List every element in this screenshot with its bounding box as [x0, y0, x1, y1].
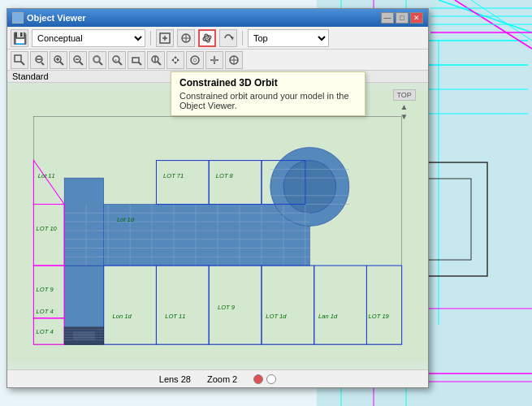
svg-rect-108	[73, 331, 95, 340]
viewport[interactable]: Not-Fenced	[7, 83, 428, 369]
svg-line-47	[119, 62, 122, 65]
nav-up-arrow[interactable]: ▲	[400, 102, 409, 111]
svg-line-37	[60, 62, 63, 65]
window-icon	[12, 12, 24, 24]
status-dot-white	[266, 374, 276, 384]
orbit-button[interactable]	[219, 29, 237, 47]
viewport-canvas: Not-Fenced	[7, 83, 428, 369]
pan-realtime-button[interactable]	[167, 51, 184, 69]
svg-text:LOT 4: LOT 4	[37, 328, 54, 335]
view-select[interactable]: Top Front Back Left Right SW Isometric	[248, 29, 329, 47]
svg-point-59	[193, 58, 197, 62]
nav-down-arrow[interactable]: ▼	[400, 112, 409, 121]
svg-text:LOT 9: LOT 9	[218, 304, 236, 311]
svg-marker-55	[174, 62, 177, 64]
toolbar-row2: e	[7, 50, 428, 71]
svg-text:Lot 1d: Lot 1d	[117, 216, 135, 223]
zoom-all-button[interactable]	[89, 51, 106, 69]
svg-text:Lon 1d: Lon 1d	[113, 313, 132, 320]
title-bar-left: Object Viewer	[12, 12, 86, 24]
nav-cube-arrows: ▲ ▼	[400, 102, 409, 121]
svg-text:LOT 1d: LOT 1d	[266, 313, 287, 320]
svg-text:LOT 10: LOT 10	[37, 225, 58, 232]
constrained-orbit-button[interactable]	[198, 29, 216, 47]
svg-line-44	[99, 62, 102, 65]
svg-point-72	[283, 161, 336, 214]
zoom-extents-button[interactable]	[156, 29, 174, 47]
svg-point-29	[206, 37, 208, 39]
svg-line-52	[158, 62, 161, 65]
svg-line-32	[21, 62, 24, 65]
divider2	[242, 31, 243, 45]
tooltip: Constrained 3D Orbit Constrained orbit a…	[171, 71, 365, 116]
navigation-cube: TOP ▲ ▼	[390, 89, 418, 121]
maximize-button[interactable]: □	[396, 12, 409, 24]
svg-text:LOT 19: LOT 19	[369, 313, 390, 320]
pan-button[interactable]	[177, 29, 195, 47]
svg-marker-56	[171, 58, 174, 62]
style-select[interactable]: Conceptual Realistic Wireframe	[32, 29, 145, 47]
svg-text:LOT 9: LOT 9	[37, 286, 54, 293]
steering-wheel-button[interactable]	[225, 51, 243, 69]
tooltip-title: Constrained 3D Orbit	[179, 77, 357, 89]
svg-text:LOT 71: LOT 71	[163, 172, 184, 179]
svg-rect-31	[15, 55, 21, 62]
standard-label: Standard	[12, 71, 49, 81]
svg-text:Lan 1d: Lan 1d	[318, 313, 338, 320]
svg-text:LOT 11: LOT 11	[165, 313, 185, 320]
svg-line-50	[139, 63, 141, 65]
window-title: Object Viewer	[27, 13, 86, 23]
svg-text:LOT 8: LOT 8	[216, 172, 234, 179]
divider1	[150, 31, 151, 45]
zoom-label: Zoom 2	[207, 374, 237, 384]
svg-line-34	[41, 63, 44, 65]
svg-text:e: e	[115, 58, 117, 63]
zoom-window-button[interactable]	[11, 51, 28, 69]
toolbar-row1: 💾 Conceptual Realistic Wireframe	[7, 27, 428, 50]
svg-point-62	[213, 58, 216, 62]
zoom-step-button[interactable]	[205, 51, 223, 69]
svg-text:Lot 11: Lot 11	[38, 172, 55, 179]
zoom-in-button[interactable]	[50, 51, 67, 69]
svg-rect-49	[132, 58, 139, 63]
title-bar: Object Viewer — □ ✕	[7, 9, 428, 27]
object-viewer-window: Object Viewer — □ ✕ 💾 Conceptual Realist…	[6, 8, 429, 388]
status-dot-red	[253, 374, 263, 384]
minimize-button[interactable]: —	[381, 12, 394, 24]
zoom-object-button[interactable]	[128, 51, 145, 69]
save-button[interactable]: 💾	[11, 29, 28, 47]
svg-line-41	[80, 62, 83, 65]
svg-point-58	[191, 56, 199, 64]
svg-marker-54	[174, 56, 177, 58]
orbit-realtime-button[interactable]	[186, 51, 204, 69]
close-button[interactable]: ✕	[410, 12, 423, 24]
status-bar: Lens 28 Zoom 2	[7, 369, 428, 387]
zoom-out-button[interactable]	[69, 51, 87, 69]
svg-marker-57	[177, 58, 179, 62]
lens-label: Lens 28	[159, 374, 191, 384]
svg-rect-45	[94, 57, 99, 62]
svg-text:LOT 4: LOT 4	[37, 308, 54, 315]
tooltip-description: Constrained orbit around your model in t…	[179, 91, 357, 110]
zoom-previous-button[interactable]	[30, 51, 48, 69]
realtime-zoom-button[interactable]	[147, 51, 165, 69]
zoom-scale-button[interactable]: e	[108, 51, 126, 69]
nav-cube-label: TOP	[393, 89, 416, 101]
title-controls: — □ ✕	[381, 12, 423, 24]
